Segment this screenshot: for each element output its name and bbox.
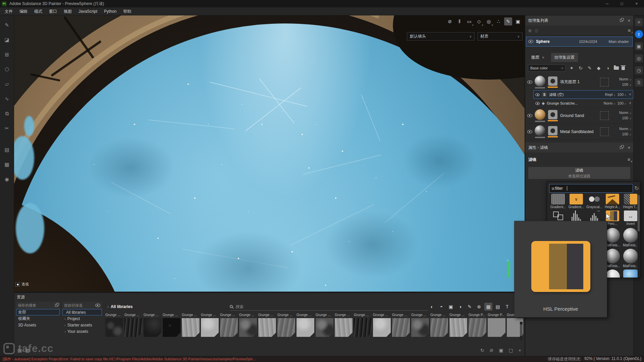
filter-result[interactable]: Height A... <box>604 194 621 209</box>
library-tree-item[interactable]: ›Your assets <box>62 328 102 335</box>
undock-panel-icon[interactable] <box>620 19 623 22</box>
asset-tile[interactable]: Grunge ... <box>124 313 142 337</box>
filter-result[interactable]: ∨Gradient... <box>568 194 585 209</box>
add-folder-icon[interactable] <box>614 66 619 70</box>
library-tree-item[interactable]: ›Starter assets <box>62 322 102 328</box>
mask-placeholder[interactable] <box>600 111 609 120</box>
asset-tile[interactable]: Grunge ... <box>144 313 161 337</box>
symmetry-off-icon[interactable]: ⊘ <box>446 17 454 25</box>
material-picker-tool-icon[interactable]: ✂ <box>2 123 12 133</box>
visibility-eye-icon[interactable] <box>527 114 532 117</box>
filter-result[interactable]: MatFinis... <box>622 249 638 268</box>
add-fill-layer-icon[interactable]: ◆ <box>595 65 602 71</box>
substance-logo[interactable]: S <box>635 78 643 86</box>
add-mask-icon[interactable]: ◑ <box>604 65 611 71</box>
visibility-eye-icon[interactable] <box>535 102 540 105</box>
camera-mode-icon[interactable]: ◎∨ <box>485 17 493 25</box>
display-settings-icon[interactable]: ◎ <box>635 54 643 62</box>
export-mesh-icon[interactable]: ▤ <box>2 145 12 155</box>
menu-item[interactable]: 窗口 <box>46 7 60 15</box>
asset-tile[interactable]: Grunge ... <box>411 313 429 337</box>
projection-tool-icon[interactable]: ⊞ <box>2 50 12 60</box>
filter-search-input[interactable] <box>552 186 567 191</box>
close-panel-icon[interactable]: × <box>628 18 630 23</box>
asset-tile[interactable]: Grunge ... <box>354 313 372 337</box>
asset-tile[interactable]: Grunge ... <box>430 313 448 337</box>
geometry-mode-icon[interactable]: ◇∨ <box>475 17 483 25</box>
opacity-select[interactable]: 100 <box>622 82 631 86</box>
library-tree-item[interactable]: All libraries <box>62 309 102 315</box>
saved-search-item[interactable]: 3D Assets <box>16 322 60 328</box>
smart-masks-filter-icon[interactable]: ▣ <box>447 303 455 311</box>
geometry-fill-tool-icon[interactable]: ⬡ <box>2 64 12 74</box>
breadcrumb[interactable]: › All libraries <box>107 304 132 309</box>
menu-item[interactable]: JavaScript <box>75 7 101 15</box>
smart-materials-filter-icon[interactable]: ◓ <box>437 303 445 311</box>
breadcrumb-expander-icon[interactable]: › <box>107 304 109 309</box>
filters-filter-icon[interactable]: ◑ <box>456 303 464 311</box>
add-stamp-icon[interactable]: ↻ <box>577 65 584 71</box>
channel-select[interactable]: Base color ∨ <box>528 64 566 72</box>
blend-mode-select[interactable]: Norm <box>619 111 631 115</box>
blend-mode-select[interactable]: Norm <box>619 77 631 81</box>
menu-item[interactable]: 帮助 <box>120 7 135 15</box>
refresh-shelf-icon[interactable]: ↻ <box>480 348 484 353</box>
layer-row-metal-sandblasted[interactable]: Metal Sandblasted Norm 100 <box>525 124 633 140</box>
delete-layer-icon[interactable] <box>622 66 625 70</box>
asset-tile[interactable]: Grunge ... <box>201 313 219 337</box>
layer-row-filter[interactable]: S 滤镜 (空) Repl 100 × <box>533 90 633 99</box>
texture-set-row[interactable]: Sphere 1024x1024 Main shader <box>526 37 633 47</box>
asset-tile[interactable]: Grunge P... <box>469 313 486 337</box>
filter-search-field[interactable] <box>549 184 633 193</box>
brush-tool-icon[interactable]: ✎ <box>504 17 512 25</box>
assets-scrollbar[interactable] <box>520 322 523 341</box>
camera-select[interactable]: 默认镜头 ∨ <box>407 32 475 41</box>
save-search-icon[interactable] <box>55 304 58 307</box>
library-tree-item[interactable]: ›Project <box>62 315 102 322</box>
close-button[interactable]: × <box>629 0 644 7</box>
assets-search[interactable] <box>230 303 428 311</box>
mask-placeholder[interactable] <box>600 78 609 86</box>
hide-panel-icon[interactable]: ⊘ <box>490 348 494 353</box>
menu-item[interactable]: 编辑 <box>16 7 31 15</box>
visibility-eye-icon[interactable] <box>527 80 532 84</box>
opacity-select[interactable]: 100 <box>622 116 631 120</box>
blend-mode-select[interactable]: Norm <box>619 127 631 131</box>
blend-mode-select[interactable]: Repl <box>605 93 615 97</box>
viewport-3d[interactable]: ⊘‖▭∨◇∨◎∨∴✎▣ 默认镜头 ∨ 材质 ∨ 透视 <box>14 15 525 292</box>
geometry-mask-icon[interactable]: ◉ <box>528 28 532 33</box>
materials-filter-icon[interactable]: ◐ <box>428 303 436 311</box>
add-asset-icon[interactable]: + <box>519 348 521 353</box>
generator-icon[interactable]: ◉ <box>2 174 12 184</box>
opacity-select[interactable]: 100 <box>618 101 626 105</box>
asset-tile[interactable]: Grunge P... <box>488 313 505 337</box>
filter-result[interactable]: Height T... <box>622 194 638 209</box>
layer-row-ground-sand[interactable]: Ground Sand Norm 100 <box>525 108 633 124</box>
dock-panel-icon[interactable]: ▣ <box>499 348 503 353</box>
eye-slash-icon[interactable] <box>95 304 100 307</box>
remove-effect-icon[interactable]: × <box>629 101 631 106</box>
display-mode-icon[interactable]: ▭∨ <box>465 17 473 25</box>
minimize-button[interactable]: ─ <box>600 0 614 7</box>
opacity-select[interactable]: 100 <box>618 93 626 97</box>
uv-tile-icon[interactable]: ◎ <box>534 28 538 33</box>
tab-close-icon[interactable]: × <box>542 55 544 60</box>
asset-tile[interactable]: Grunge ... <box>258 313 276 337</box>
alphas-filter-icon[interactable]: ⊛ <box>475 303 483 311</box>
add-effect-icon[interactable]: ✦ <box>568 65 575 71</box>
refresh-icon[interactable]: ↻ <box>635 185 639 191</box>
asset-tile[interactable]: Grunge ... <box>297 313 314 337</box>
maximize-button[interactable]: □ <box>614 0 629 7</box>
mask-placeholder[interactable] <box>600 127 609 136</box>
asset-tile[interactable]: Grunge ... <box>182 313 200 337</box>
view-mode-indicator[interactable]: 透视 <box>15 282 29 287</box>
opacity-select[interactable]: 100 <box>622 132 631 136</box>
remove-effect-icon[interactable]: × <box>629 92 631 97</box>
filter-result[interactable]: ↔Invert <box>622 210 638 226</box>
menu-item[interactable]: Python <box>101 7 120 15</box>
visibility-eye-icon[interactable] <box>535 93 540 96</box>
asset-tile[interactable]: Grunge ... <box>373 313 391 337</box>
asset-tile[interactable]: Grunge ... <box>105 313 123 337</box>
menu-item[interactable]: 视图 <box>60 7 75 15</box>
filter-result[interactable]: MatFinis... <box>622 228 638 247</box>
